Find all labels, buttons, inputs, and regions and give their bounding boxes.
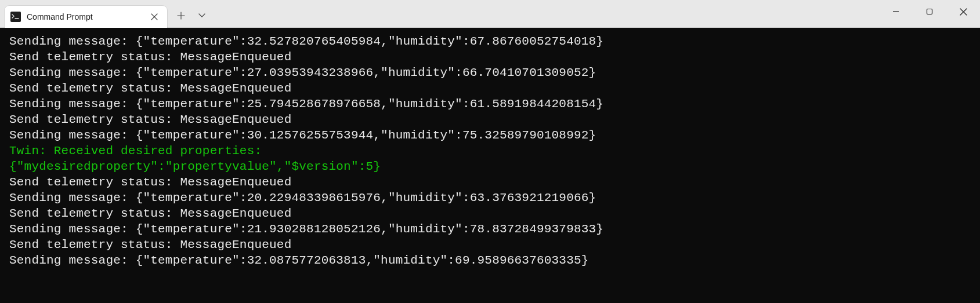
close-window-button[interactable] xyxy=(946,0,980,23)
terminal-line: Send telemetry status: MessageEnqueued xyxy=(9,174,971,190)
terminal-icon xyxy=(10,12,21,22)
svg-rect-2 xyxy=(927,9,932,14)
maximize-button[interactable] xyxy=(913,0,946,23)
terminal-line: Send telemetry status: MessageEnqueued xyxy=(9,206,971,221)
terminal-line: Twin: Received desired properties: xyxy=(9,143,971,159)
close-icon xyxy=(960,8,967,16)
terminal-line: {"mydesiredproperty":"propertyvalue","$v… xyxy=(9,159,971,174)
terminal-line: Send telemetry status: MessageEnqueued xyxy=(9,49,971,65)
terminal-line: Sending message: {"temperature":25.79452… xyxy=(9,96,971,112)
chevron-down-icon xyxy=(198,13,205,18)
terminal-line: Send telemetry status: MessageEnqueued xyxy=(9,112,971,127)
plus-icon xyxy=(177,12,185,20)
close-icon xyxy=(151,13,158,20)
terminal-line: Sending message: {"temperature":21.93028… xyxy=(9,221,971,237)
terminal-line: Sending message: {"temperature":27.03953… xyxy=(9,65,971,81)
minimize-button[interactable] xyxy=(879,0,913,23)
terminal-line: Sending message: {"temperature":20.22948… xyxy=(9,190,971,206)
terminal-line: Send telemetry status: MessageEnqueued xyxy=(9,81,971,96)
tab-dropdown-button[interactable] xyxy=(191,5,212,26)
terminal-line: Sending message: {"temperature":30.12576… xyxy=(9,127,971,143)
terminal-line: Sending message: {"temperature":32.52782… xyxy=(9,34,971,49)
terminal-line: Sending message: {"temperature":32.08757… xyxy=(9,253,971,268)
terminal-window: Command Prompt xyxy=(0,0,980,303)
tabs-area: Command Prompt xyxy=(0,0,879,27)
new-tab-button[interactable] xyxy=(171,5,191,26)
tab-command-prompt[interactable]: Command Prompt xyxy=(5,6,167,28)
minimize-icon xyxy=(892,8,899,15)
tab-title: Command Prompt xyxy=(27,12,142,21)
terminal-output[interactable]: Sending message: {"temperature":32.52782… xyxy=(0,28,980,303)
close-tab-button[interactable] xyxy=(147,10,161,24)
window-controls xyxy=(879,0,980,27)
maximize-icon xyxy=(926,8,933,15)
title-bar: Command Prompt xyxy=(0,0,980,28)
terminal-line: Send telemetry status: MessageEnqueued xyxy=(9,237,971,253)
